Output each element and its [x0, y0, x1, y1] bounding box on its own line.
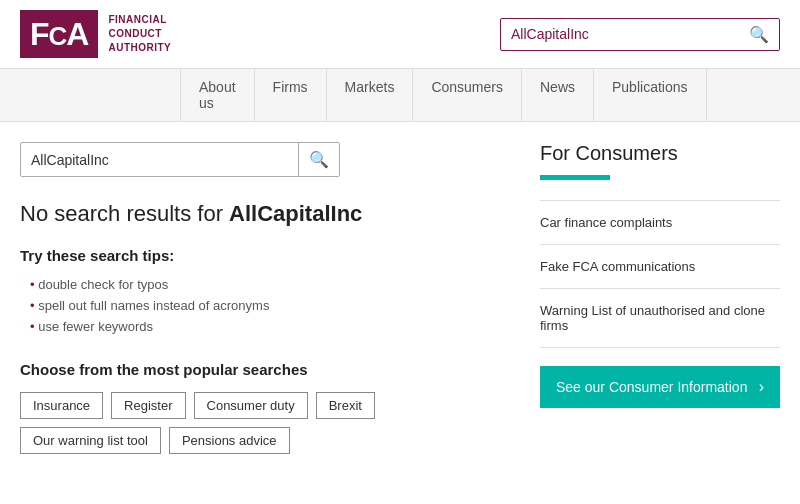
tag-brexit[interactable]: Brexit	[316, 392, 375, 419]
teal-divider	[540, 175, 610, 180]
tag-warning-list[interactable]: Our warning list tool	[20, 427, 161, 454]
logo-f: F	[30, 16, 49, 52]
search-tips-title: Try these search tips:	[20, 247, 500, 264]
no-results-heading: No search results for AllCapitalInc	[20, 201, 500, 227]
popular-searches-title: Choose from the most popular searches	[20, 361, 500, 378]
consumer-info-button[interactable]: See our Consumer Information ›	[540, 366, 780, 408]
logo-a: A	[66, 16, 88, 52]
nav-markets[interactable]: Markets	[327, 69, 414, 121]
logo-line2: CONDUCT	[108, 27, 171, 41]
chevron-right-icon: ›	[759, 378, 764, 396]
tag-pensions-advice[interactable]: Pensions advice	[169, 427, 290, 454]
nav-about-us[interactable]: About us	[180, 69, 255, 121]
logo-area: FCA FINANCIAL CONDUCT AUTHORITY	[20, 10, 171, 58]
right-column: For Consumers Car finance complaints Fak…	[540, 142, 780, 454]
header-search-button[interactable]: 🔍	[739, 19, 779, 50]
no-results-text: No search results for	[20, 201, 229, 226]
nav-firms[interactable]: Firms	[255, 69, 327, 121]
logo-line3: AUTHORITY	[108, 41, 171, 55]
consumer-link-fake-fca[interactable]: Fake FCA communications	[540, 245, 780, 289]
tag-consumer-duty[interactable]: Consumer duty	[194, 392, 308, 419]
header-search-box: 🔍	[500, 18, 780, 51]
nav-news[interactable]: News	[522, 69, 594, 121]
content-search-input[interactable]	[21, 145, 298, 175]
tip-2: spell out full names instead of acronyms	[30, 295, 500, 316]
content-search-button[interactable]: 🔍	[298, 143, 339, 176]
tag-register[interactable]: Register	[111, 392, 185, 419]
consumer-info-label: See our Consumer Information	[556, 379, 747, 395]
nav-publications[interactable]: Publications	[594, 69, 707, 121]
tip-1: double check for typos	[30, 274, 500, 295]
header: FCA FINANCIAL CONDUCT AUTHORITY 🔍	[0, 0, 800, 69]
tip-3: use fewer keywords	[30, 316, 500, 337]
consumer-link-warning-list[interactable]: Warning List of unauthorised and clone f…	[540, 289, 780, 348]
search-query-bold: AllCapitalInc	[229, 201, 362, 226]
tag-insurance[interactable]: Insurance	[20, 392, 103, 419]
left-column: 🔍 No search results for AllCapitalInc Tr…	[20, 142, 500, 454]
nav-consumers[interactable]: Consumers	[413, 69, 522, 121]
content-search-box: 🔍	[20, 142, 340, 177]
popular-tags: Insurance Register Consumer duty Brexit …	[20, 392, 500, 454]
for-consumers-title: For Consumers	[540, 142, 780, 165]
consumer-link-car-finance[interactable]: Car finance complaints	[540, 200, 780, 245]
logo-line1: FINANCIAL	[108, 13, 171, 27]
main-nav: About us Firms Markets Consumers News Pu…	[0, 69, 800, 122]
search-tips-list: double check for typos spell out full na…	[20, 274, 500, 337]
logo-text: FINANCIAL CONDUCT AUTHORITY	[108, 13, 171, 55]
logo-box: FCA	[20, 10, 98, 58]
logo-c: C	[49, 21, 67, 51]
content-area: 🔍 No search results for AllCapitalInc Tr…	[0, 122, 800, 474]
header-search-input[interactable]	[501, 20, 739, 48]
